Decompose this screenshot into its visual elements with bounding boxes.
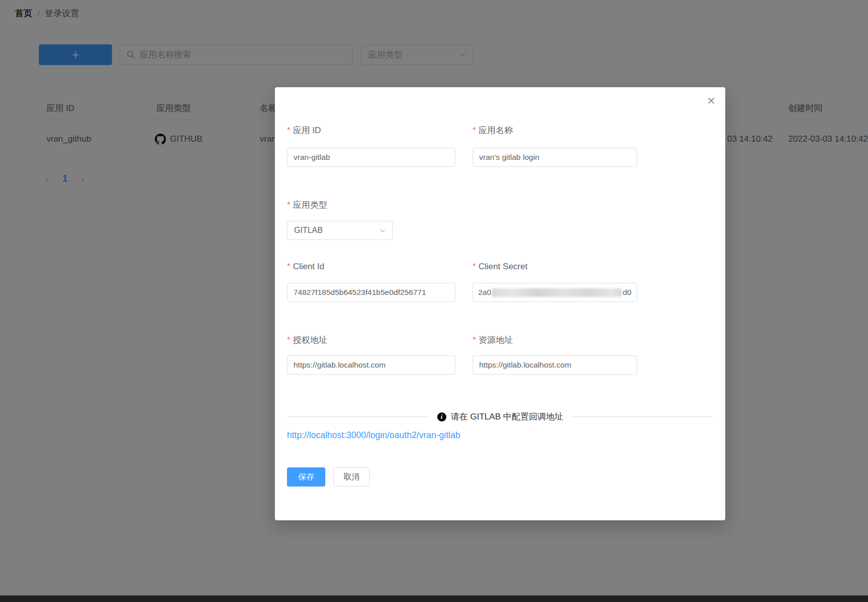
required-marker: * — [473, 262, 476, 272]
divider-line — [571, 416, 713, 417]
cancel-button[interactable]: 取消 — [333, 467, 370, 487]
chevron-down-icon — [379, 227, 386, 234]
resource-url-field[interactable] — [473, 355, 637, 375]
edit-application-dialog: × * 应用 ID * 应用名称 * 应用类型 GITLAB * Client … — [275, 87, 725, 520]
required-marker: * — [473, 126, 476, 136]
callback-note: i 请在 GITLAB 中配置回调地址 — [437, 411, 563, 423]
auth-url-field[interactable] — [287, 355, 455, 375]
callback-note-divider: i 请在 GITLAB 中配置回调地址 — [287, 411, 713, 423]
screen: 首页 / 登录设置 + 应用类型 应用 ID 应用类型 名称 创建时间 — [0, 0, 868, 602]
app-name-label: * 应用名称 — [473, 125, 513, 136]
required-marker: * — [287, 200, 291, 210]
dialog-buttons: 保存 取消 — [287, 467, 370, 487]
client-id-field[interactable] — [287, 283, 455, 302]
required-marker: * — [287, 262, 291, 272]
client-secret-visible-suffix: d0 — [623, 288, 631, 297]
client-secret-field[interactable]: 2a0 d0 — [473, 283, 637, 302]
auth-url-label: * 授权地址 — [287, 334, 327, 346]
required-marker: * — [287, 335, 291, 345]
required-marker: * — [287, 126, 291, 136]
app-id-label: * 应用 ID — [287, 125, 321, 136]
save-button[interactable]: 保存 — [287, 467, 325, 487]
callback-url-link[interactable]: http://localhost:3000/login/oauth2/vran-… — [287, 430, 460, 441]
app-type-selected-value: GITLAB — [294, 226, 323, 235]
app-name-field[interactable] — [473, 148, 637, 167]
close-icon[interactable]: × — [707, 94, 715, 108]
required-marker: * — [473, 335, 476, 345]
client-id-label: * Client Id — [287, 262, 324, 272]
info-icon: i — [437, 412, 446, 422]
client-secret-redaction-blur — [492, 288, 622, 297]
app-type-select[interactable]: GITLAB — [287, 221, 393, 240]
divider-line — [287, 416, 429, 417]
resource-url-label: * 资源地址 — [473, 334, 513, 346]
callback-note-text: 请在 GITLAB 中配置回调地址 — [451, 411, 563, 423]
client-secret-label: * Client Secret — [473, 262, 528, 272]
app-type-label: * 应用类型 — [287, 199, 327, 211]
app-id-field[interactable] — [287, 148, 455, 167]
client-secret-visible-prefix: 2a0 — [478, 288, 491, 297]
